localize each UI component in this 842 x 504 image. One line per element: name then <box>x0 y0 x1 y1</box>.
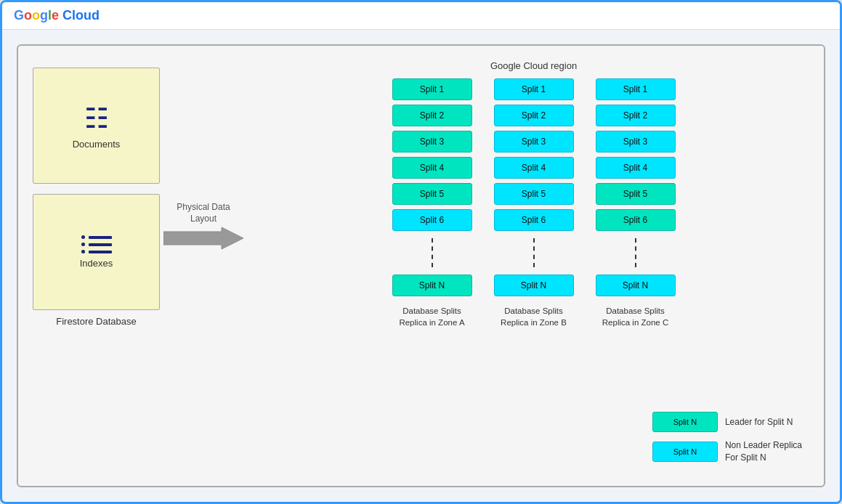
svg-marker-0 <box>163 227 243 249</box>
dot <box>81 235 85 239</box>
zone-c-split4: Split 4 <box>596 157 676 179</box>
legend: Split N Leader for Split N Split N Non L… <box>652 412 802 464</box>
zone-b-split4: Split 4 <box>494 157 574 179</box>
zone-b-split5: Split 5 <box>494 183 574 205</box>
zone-a-column: Split 1 Split 2 Split 3 Split 4 Split 5 … <box>392 78 472 328</box>
firestore-label: Firestore Database <box>56 316 137 327</box>
main-diagram: ☷ Documents <box>17 44 825 487</box>
dot <box>81 250 85 253</box>
line <box>89 236 112 239</box>
firestore-section: ☷ Documents <box>33 68 160 327</box>
zone-b-split2: Split 2 <box>494 105 574 126</box>
zones-container: Split 1 Split 2 Split 3 Split 4 Split 5 … <box>258 78 809 328</box>
zone-a-split6: Split 6 <box>392 209 472 231</box>
legend-item-non-leader: Split N Non Leader ReplicaFor Split N <box>652 439 802 464</box>
legend-item-leader: Split N Leader for Split N <box>652 412 802 432</box>
zone-b-dashed-line <box>533 238 535 267</box>
legend-green-btn: Split N <box>652 412 718 432</box>
document-icon: ☷ <box>84 102 109 134</box>
region-section: Google Cloud region Split 1 Split 2 Spli… <box>258 60 809 471</box>
region-label: Google Cloud region <box>258 60 809 71</box>
zone-c-splitN: Split N <box>596 275 676 296</box>
zone-c-split2: Split 2 <box>596 105 676 126</box>
index-row-1 <box>81 235 112 239</box>
index-row-2 <box>81 243 112 246</box>
zone-b-label: Database SplitsReplica in Zone B <box>501 305 567 328</box>
zone-b-splitN: Split N <box>494 275 574 296</box>
zone-a-split1: Split 1 <box>392 78 472 100</box>
zone-a-dashed-line <box>432 238 433 267</box>
legend-cyan-btn: Split N <box>652 442 718 462</box>
arrow-label: Physical DataLayout <box>177 202 230 224</box>
zone-c-label: Database SplitsReplica in Zone C <box>602 305 668 328</box>
cloud-text: Cloud <box>62 8 100 23</box>
zone-c-split6: Split 6 <box>596 209 676 231</box>
indexes-box: Indexes <box>33 194 160 310</box>
zone-b-split1: Split 1 <box>494 78 574 100</box>
zone-a-split4: Split 4 <box>392 157 472 179</box>
line <box>89 251 112 253</box>
arrow-section: Physical DataLayout <box>163 202 243 251</box>
documents-label: Documents <box>73 139 121 150</box>
zone-a-split5: Split 5 <box>392 183 472 205</box>
zone-a-splitN: Split N <box>392 275 472 296</box>
indexes-icon <box>81 235 112 253</box>
zone-a-label: Database SplitsReplica in Zone A <box>399 305 464 328</box>
dot <box>81 243 85 246</box>
zone-c-split1: Split 1 <box>596 78 676 100</box>
zone-c-split5: Split 5 <box>596 183 676 205</box>
indexes-label: Indexes <box>80 258 113 269</box>
zone-b-split3: Split 3 <box>494 131 574 153</box>
content-area: ☷ Documents <box>2 30 840 502</box>
documents-box: ☷ Documents <box>33 68 160 184</box>
index-row-3 <box>81 250 112 253</box>
zone-b-split6: Split 6 <box>494 209 574 231</box>
arrow-svg <box>163 226 243 251</box>
legend-non-leader-label: Non Leader ReplicaFor Split N <box>725 439 802 464</box>
zone-c-dashed-line <box>635 238 636 267</box>
outer-frame: Google Cloud ☷ Documents <box>0 0 842 504</box>
line <box>89 243 112 246</box>
zone-a-split3: Split 3 <box>392 131 472 153</box>
zone-a-split2: Split 2 <box>392 105 472 126</box>
zone-b-column: Split 1 Split 2 Split 3 Split 4 Split 5 … <box>494 78 574 328</box>
header-bar: Google Cloud <box>2 2 840 30</box>
legend-leader-label: Leader for Split N <box>725 417 793 427</box>
zone-c-column: Split 1 Split 2 Split 3 Split 4 Split 5 … <box>596 78 676 328</box>
google-logo: Google Cloud <box>14 8 100 23</box>
zone-c-split3: Split 3 <box>596 131 676 153</box>
